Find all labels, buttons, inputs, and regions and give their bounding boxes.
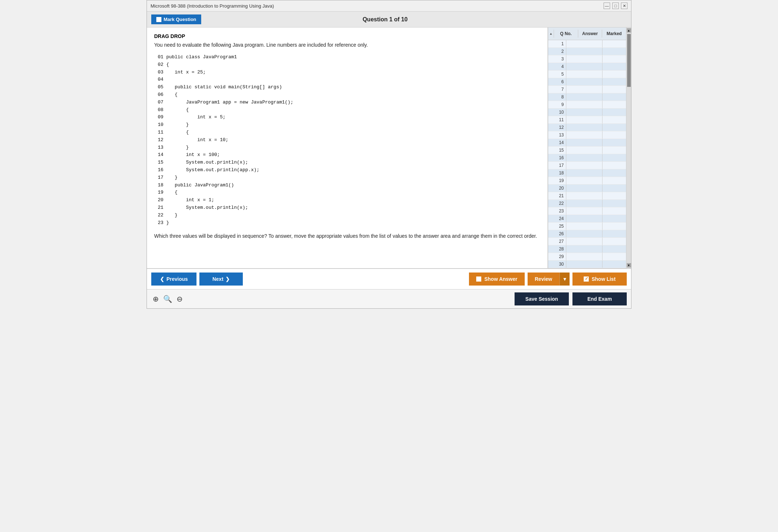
show-list-label: Show List bbox=[592, 276, 616, 282]
sidebar-row-answer bbox=[566, 55, 602, 63]
sidebar-row[interactable]: 12 bbox=[548, 124, 626, 131]
mark-question-button[interactable]: Mark Question bbox=[151, 14, 201, 24]
sidebar-row[interactable]: 13 bbox=[548, 131, 626, 139]
sidebar-row-marked bbox=[602, 40, 626, 47]
sidebar-row-number: 14 bbox=[548, 139, 566, 146]
next-button[interactable]: Next bbox=[199, 273, 243, 286]
sidebar-row[interactable]: 2 bbox=[548, 48, 626, 55]
sidebar-row[interactable]: 8 bbox=[548, 93, 626, 101]
sidebar-row-number: 2 bbox=[548, 48, 566, 55]
review-button[interactable]: Review bbox=[528, 273, 559, 286]
sidebar-row[interactable]: 29 bbox=[548, 253, 626, 261]
sidebar-row-answer bbox=[566, 261, 602, 268]
code-line-18: 18 public JavaProgram1() bbox=[158, 182, 540, 189]
sidebar-row[interactable]: 23 bbox=[548, 207, 626, 215]
code-line-9: 09 int x = 5; bbox=[158, 114, 540, 121]
sidebar-row[interactable]: 9 bbox=[548, 101, 626, 109]
sidebar-row[interactable]: 19 bbox=[548, 177, 626, 185]
sidebar-row-number: 1 bbox=[548, 40, 566, 47]
sidebar-row[interactable]: 27 bbox=[548, 238, 626, 245]
sidebar-scrollbar[interactable]: ▲ ▼ bbox=[626, 28, 631, 268]
sidebar-row-number: 6 bbox=[548, 78, 566, 85]
maximize-button[interactable]: □ bbox=[612, 3, 619, 9]
sidebar-row[interactable]: 22 bbox=[548, 200, 626, 207]
show-list-icon bbox=[584, 276, 589, 282]
sidebar-row-answer bbox=[566, 147, 602, 154]
sidebar-scroll-up-icon[interactable]: ▲ bbox=[549, 32, 553, 35]
sidebar-row-marked bbox=[602, 230, 626, 237]
sidebar-row-marked bbox=[602, 207, 626, 215]
sidebar-row-marked bbox=[602, 109, 626, 116]
code-line-17: 17 } bbox=[158, 174, 540, 182]
sidebar-row[interactable]: 1 bbox=[548, 40, 626, 48]
zoom-reset-button[interactable]: 🔍 bbox=[162, 294, 174, 304]
review-dropdown-icon bbox=[563, 276, 566, 282]
sidebar-row-marked bbox=[602, 245, 626, 253]
sidebar-row[interactable]: 15 bbox=[548, 147, 626, 154]
sidebar-row[interactable]: 7 bbox=[548, 86, 626, 93]
close-button[interactable]: ✕ bbox=[621, 3, 627, 9]
minimize-button[interactable]: — bbox=[604, 3, 610, 9]
code-line-7: 07 JavaProgram1 app = new JavaProgram1()… bbox=[158, 99, 540, 106]
sidebar-row-answer bbox=[566, 215, 602, 222]
save-session-button[interactable]: Save Session bbox=[515, 292, 569, 305]
sidebar-row-answer bbox=[566, 154, 602, 161]
sidebar-row[interactable]: 17 bbox=[548, 162, 626, 169]
sidebar-row[interactable]: 24 bbox=[548, 215, 626, 223]
review-dropdown-button[interactable] bbox=[559, 273, 570, 286]
sidebar-row-answer bbox=[566, 101, 602, 108]
sidebar-row[interactable]: 6 bbox=[548, 78, 626, 86]
sidebar-row-marked bbox=[602, 261, 626, 268]
sidebar-row[interactable]: 30 bbox=[548, 261, 626, 268]
end-exam-button[interactable]: End Exam bbox=[572, 292, 627, 305]
sidebar-row-marked bbox=[602, 139, 626, 146]
sidebar-header: ▲ Q No. Answer Marked bbox=[548, 28, 626, 40]
sidebar-row[interactable]: 20 bbox=[548, 185, 626, 192]
sidebar-row[interactable]: 5 bbox=[548, 71, 626, 78]
sidebar-row[interactable]: 26 bbox=[548, 230, 626, 238]
sidebar-row[interactable]: 21 bbox=[548, 192, 626, 200]
sidebar-row-marked bbox=[602, 223, 626, 230]
next-label: Next bbox=[212, 276, 223, 282]
toolbar: Mark Question Question 1 of 10 bbox=[147, 12, 631, 28]
sidebar-row-number: 15 bbox=[548, 147, 566, 154]
sidebar-row-number: 9 bbox=[548, 101, 566, 108]
mark-question-label: Mark Question bbox=[164, 17, 196, 22]
title-bar: Microsoft 98-388 (Introduction to Progra… bbox=[147, 0, 631, 12]
sidebar-row-marked bbox=[602, 71, 626, 78]
sidebar-row-number: 4 bbox=[548, 63, 566, 70]
sidebar-row[interactable]: 10 bbox=[548, 109, 626, 116]
zoom-in-button[interactable]: ⊕ bbox=[151, 294, 160, 304]
code-line-5: 05 public static void main(String[] args… bbox=[158, 84, 540, 91]
sidebar-row-marked bbox=[602, 124, 626, 131]
sidebar-row-marked bbox=[602, 185, 626, 192]
sidebar-row-marked bbox=[602, 147, 626, 154]
main-content: DRAG DROP You need to evaluate the follo… bbox=[147, 28, 631, 268]
sidebar-row[interactable]: 28 bbox=[548, 245, 626, 253]
sidebar-row-marked bbox=[602, 93, 626, 101]
sidebar-row-answer bbox=[566, 63, 602, 70]
mark-question-checkbox-icon bbox=[156, 17, 161, 22]
sidebar-row-number: 26 bbox=[548, 230, 566, 237]
previous-button[interactable]: Previous bbox=[151, 273, 196, 286]
sidebar-row[interactable]: 14 bbox=[548, 139, 626, 147]
window-controls: — □ ✕ bbox=[604, 3, 627, 9]
zoom-out-button[interactable]: ⊖ bbox=[175, 294, 184, 304]
code-line-4: 04 bbox=[158, 76, 540, 84]
sidebar-list: 1 2 3 4 5 6 7 8 bbox=[548, 40, 626, 268]
sidebar-row[interactable]: 16 bbox=[548, 154, 626, 162]
show-answer-icon bbox=[476, 276, 481, 282]
sidebar-row[interactable]: 18 bbox=[548, 169, 626, 177]
show-answer-button[interactable]: Show Answer bbox=[469, 273, 524, 286]
sidebar-row[interactable]: 4 bbox=[548, 63, 626, 71]
sidebar-row-number: 3 bbox=[548, 55, 566, 63]
sidebar-row[interactable]: 25 bbox=[548, 223, 626, 230]
sidebar-row-answer bbox=[566, 116, 602, 123]
sidebar-row[interactable]: 3 bbox=[548, 55, 626, 63]
sidebar-row-answer bbox=[566, 86, 602, 93]
sidebar-row-answer bbox=[566, 185, 602, 192]
show-answer-label: Show Answer bbox=[484, 276, 517, 282]
code-line-16: 16 System.out.println(app.x); bbox=[158, 166, 540, 174]
sidebar-row[interactable]: 11 bbox=[548, 116, 626, 124]
show-list-button[interactable]: Show List bbox=[572, 273, 627, 286]
